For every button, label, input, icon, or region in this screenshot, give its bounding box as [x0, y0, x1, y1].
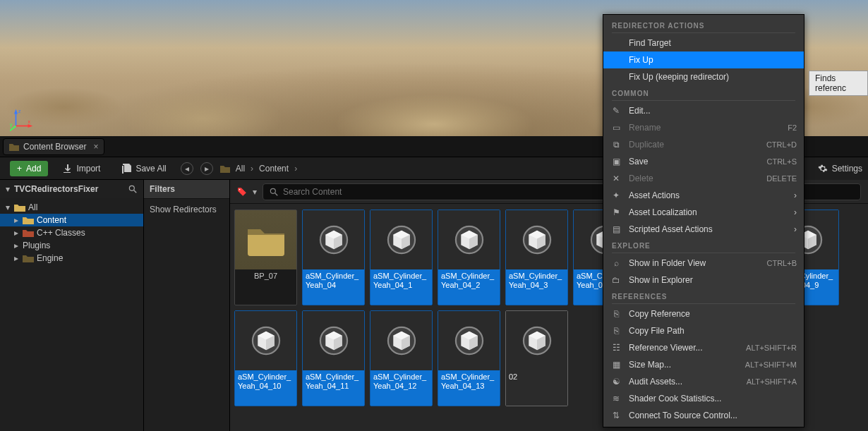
tab-content-browser[interactable]: Content Browser × — [3, 138, 104, 155]
tree-item-all[interactable]: ▾ All — [0, 201, 143, 214]
folder-icon — [220, 164, 230, 173]
menu-copy-file-path[interactable]: ⎘Copy File Path — [603, 322, 804, 339]
menu-show-explorer[interactable]: 🗀Show in Explorer — [603, 272, 804, 289]
tree-item-plugins[interactable]: ▸ Plugins — [0, 239, 143, 252]
asset-thumbnail — [235, 311, 296, 370]
menu-section: COMMON — [603, 85, 804, 102]
asset-item[interactable]: 02 — [505, 310, 568, 406]
asset-item[interactable]: aSM_Cylinder_Yeah_04_1 — [370, 210, 433, 305]
svg-marker-1 — [14, 109, 18, 114]
asset-item[interactable]: aSM_Cylinder_Yeah_04_13 — [438, 310, 500, 406]
menu-delete[interactable]: ✕DeleteDELETE — [603, 170, 804, 187]
svg-line-12 — [275, 193, 278, 195]
svg-point-11 — [270, 188, 275, 193]
filter-tag-icon[interactable] — [237, 187, 247, 197]
tooltip-text: Finds referenc — [815, 73, 846, 93]
search-icon — [269, 187, 279, 197]
viewport-gizmo[interactable]: z x y — [10, 108, 34, 132]
menu-asset-actions[interactable]: ✦Asset Actions› — [603, 187, 804, 204]
menu-find-target[interactable]: Find Target — [603, 35, 804, 51]
history-back-button[interactable]: ◂ — [181, 162, 193, 175]
asset-thumbnail — [438, 210, 500, 269]
menu-size-map[interactable]: ▦Size Map...ALT+SHIFT+M — [603, 356, 804, 373]
rename-icon: ▭ — [610, 122, 622, 133]
asset-thumbnail — [235, 210, 296, 269]
menu-edit[interactable]: ✎Edit... — [603, 102, 804, 119]
settings-label: Settings — [832, 164, 862, 174]
save-all-button[interactable]: Save All — [114, 161, 173, 176]
sizemap-icon: ▦ — [610, 359, 622, 370]
tree-twisty[interactable]: ▸ — [13, 215, 20, 225]
asset-item[interactable]: aSM_Cylinder_Yeah_04_3 — [505, 210, 568, 305]
tree-twisty[interactable]: ▸ — [13, 228, 20, 238]
asset-item[interactable]: aSM_Cylinder_Yeah_04 — [302, 210, 365, 305]
menu-section: EXPLORE — [603, 238, 804, 255]
asset-item[interactable]: aSM_Cylinder_Yeah_04_12 — [370, 310, 433, 406]
menu-fix-up-keep[interactable]: Fix Up (keeping redirector) — [603, 68, 804, 85]
settings-button[interactable]: Settings — [818, 164, 862, 174]
folder-icon — [23, 216, 34, 224]
asset-thumbnail — [506, 210, 567, 269]
asset-label: aSM_Cylinder_Yeah_04_11 — [303, 370, 364, 406]
asset-item[interactable]: aSM_Cylinder_Yeah_04_10 — [234, 310, 297, 406]
tree-twisty[interactable]: ▸ — [13, 253, 20, 263]
script-icon: ▤ — [610, 224, 622, 235]
save-all-icon — [121, 164, 131, 174]
asset-label: aSM_Cylinder_Yeah_04_1 — [370, 269, 432, 305]
menu-audit-assets[interactable]: ☯Audit Assets...ALT+SHIFT+A — [603, 373, 804, 390]
menu-rename[interactable]: ▭RenameF2 — [603, 119, 804, 136]
svg-text:y: y — [10, 122, 13, 128]
tree-item-content[interactable]: ▸ Content — [0, 214, 143, 226]
tree-label: All — [28, 202, 37, 212]
svg-line-6 — [10, 126, 16, 131]
menu-shader-cook-stats[interactable]: ≋Shader Cook Statistics... — [603, 390, 804, 407]
tree-twisty[interactable]: ▸ — [13, 241, 20, 250]
asset-folder[interactable]: BP_07 — [234, 210, 297, 305]
asset-item[interactable]: aSM_Cylinder_Yeah_04_2 — [438, 210, 500, 305]
asset-item[interactable]: aSM_Cylinder_Yeah_04_11 — [302, 310, 365, 406]
sources-tree: ▾ All ▸ Content ▸ C++ Classes ▸ Plugins — [0, 198, 143, 267]
folder-icon — [23, 254, 34, 262]
breadcrumb-root[interactable]: All — [236, 164, 245, 174]
search-icon[interactable] — [128, 184, 138, 194]
menu-save[interactable]: ▣SaveCTRL+S — [603, 153, 804, 170]
menu-reference-viewer[interactable]: ☷Reference Viewer...ALT+SHIFT+R — [603, 339, 804, 356]
tab-title: Content Browser — [23, 142, 86, 152]
duplicate-icon: ⧉ — [610, 139, 622, 150]
filter-item[interactable]: Show Redirectors — [144, 199, 229, 220]
chevron-right-icon: › — [794, 207, 797, 217]
chevron-down-icon[interactable]: ▾ — [6, 184, 10, 194]
copy-path-icon: ⎘ — [610, 325, 622, 336]
asset-thumbnail — [370, 210, 432, 269]
svg-marker-4 — [28, 124, 33, 128]
copy-ref-icon: ⎘ — [610, 308, 622, 320]
blank-icon — [610, 54, 622, 66]
menu-duplicate[interactable]: ⧉DuplicateCTRL+D — [603, 136, 804, 153]
menu-scripted-asset-actions[interactable]: ▤Scripted Asset Actions› — [603, 221, 804, 238]
history-forward-button[interactable]: ▸ — [200, 162, 213, 175]
asset-label: aSM_Cylinder_Yeah_04_13 — [438, 370, 500, 406]
menu-section: REFERENCES — [603, 289, 804, 305]
tree-twisty[interactable]: ▾ — [4, 202, 11, 212]
asset-label: aSM_Cylinder_Yeah_04_10 — [235, 370, 296, 406]
menu-asset-localization[interactable]: ⚑Asset Localization› — [603, 204, 804, 221]
add-button[interactable]: + Add — [10, 161, 48, 176]
breadcrumb-item[interactable]: Content — [259, 164, 289, 174]
svg-text:x: x — [28, 119, 31, 124]
chevron-right-icon: › — [294, 164, 297, 174]
tree-item-cpp[interactable]: ▸ C++ Classes — [0, 226, 143, 239]
menu-copy-reference[interactable]: ⎘Copy Reference — [603, 305, 804, 322]
import-button[interactable]: Import — [55, 161, 107, 176]
tree-item-engine[interactable]: ▸ Engine — [0, 252, 143, 265]
gear-icon — [818, 164, 828, 174]
menu-fix-up[interactable]: Fix Up — [603, 51, 804, 68]
close-icon[interactable]: × — [93, 142, 98, 152]
folder-icon — [14, 203, 25, 212]
asset-label: BP_07 — [235, 269, 296, 305]
tree-label: Content — [37, 215, 66, 225]
chevron-down-icon[interactable]: ▾ — [253, 187, 257, 197]
menu-show-folder-view[interactable]: ⌕Show in Folder ViewCTRL+B — [603, 255, 804, 272]
asset-label: aSM_Cylinder_Yeah_04_12 — [370, 370, 432, 406]
flag-icon: ⚑ — [610, 207, 622, 218]
menu-connect-source-control[interactable]: ⇅Connect To Source Control... — [603, 407, 804, 424]
